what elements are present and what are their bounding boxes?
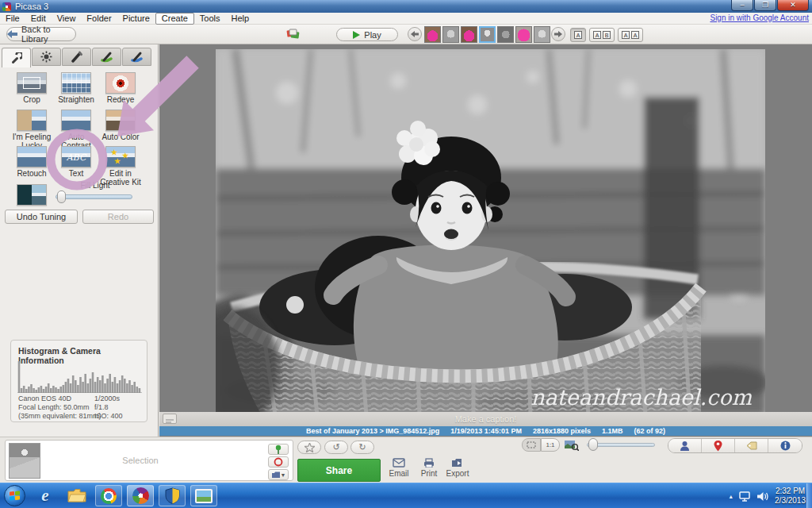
properties-panel-button[interactable] [768,439,802,452]
im-feeling-lucky-button[interactable]: I'm Feeling Lucky [9,110,55,150]
caption-bar[interactable]: Make a caption! [159,412,812,426]
auto-color-button[interactable]: Auto Color [98,110,144,141]
windows-logo-icon [10,491,20,501]
toolbar: Back to Library Play A [0,25,812,44]
menu-edit[interactable]: Edit [25,13,52,25]
show-desktop-button[interactable] [806,483,812,508]
people-panel-button[interactable] [668,439,702,452]
menu-help[interactable]: Help [226,13,255,25]
menu-view[interactable]: View [52,13,82,25]
menu-folder[interactable]: Folder [81,13,117,25]
taskbar-picasa-icon[interactable] [127,485,154,506]
auto-contrast-thumbnail [61,110,91,131]
rotate-cw-button[interactable]: ↻ [350,441,374,454]
taskbar-explorer-icon[interactable] [63,485,90,506]
rotate-ccw-button[interactable]: ↺ [324,441,348,454]
share-button[interactable]: Share [297,459,381,482]
taskbar-chrome-icon[interactable] [95,485,122,506]
places-panel-button[interactable] [702,439,735,452]
title-bar: Picasa 3 – ❐ ✕ [0,0,812,13]
menu-file[interactable]: File [0,13,25,25]
filmstrip-thumb-6[interactable] [515,26,532,43]
text-tool-button[interactable]: ABC Text [53,146,99,178]
taskbar-photoviewer-icon[interactable] [190,485,217,506]
star-icon [304,443,315,452]
tag-icon [746,441,757,450]
filmstrip-thumb-2[interactable] [442,26,459,43]
folder-icon [271,471,281,479]
fit-to-window-button[interactable] [522,438,541,452]
menu-picture[interactable]: Picture [117,13,155,25]
print-button[interactable]: Print [413,458,445,478]
auto-contrast-button[interactable]: Auto Contrast [53,110,99,150]
play-button[interactable]: Play [336,28,398,41]
status-dimensions: 2816x1880 pixels [533,427,591,435]
filmstrip-thumb-3[interactable] [461,26,477,43]
camera-shutter: 1/2000s [94,394,123,403]
selected-photo-thumbnail[interactable] [9,443,40,479]
brush-green-icon [101,51,113,63]
crop-tool-button[interactable]: Crop [9,72,55,104]
straighten-tool-button[interactable]: Straighten [53,72,99,104]
collage-icon[interactable] [286,28,300,40]
brightness-sun-icon [40,51,52,63]
tab-effects-2[interactable] [92,48,121,66]
clear-selection-button[interactable] [268,456,289,468]
retouch-tool-button[interactable]: Retouch [9,146,55,178]
tab-tuning[interactable] [32,48,61,66]
prev-photo-button[interactable] [408,27,422,41]
taskbar-clock[interactable]: 2:32 PM 2/3/2013 [775,487,806,506]
taskbar-security-icon[interactable] [159,485,186,506]
menu-tools[interactable]: Tools [194,13,226,25]
fill-light-thumbnail [17,184,47,206]
view-compare-aa-button[interactable]: A A [618,28,643,42]
filmstrip-thumb-5[interactable] [497,26,514,43]
creative-kit-thumbnail: ★★★ [105,146,136,167]
undo-tuning-button[interactable]: Undo Tuning [5,210,78,224]
caption-toggle-button[interactable] [163,414,177,424]
hold-selection-button[interactable] [268,444,289,455]
export-button[interactable]: Export [442,458,473,478]
filmstrip-thumb-1[interactable] [424,26,441,43]
tray-expand-icon[interactable]: ▲ [728,494,733,499]
google-signin-link[interactable]: Sign in with Google Account [710,13,809,22]
maximize-button[interactable]: ❐ [754,0,776,11]
network-icon[interactable] [739,491,752,502]
star-button[interactable] [297,441,321,454]
filmstrip-thumb-7[interactable] [534,26,550,43]
status-index: (62 of 92) [634,427,665,435]
start-button[interactable] [4,485,25,506]
view-compare-ab-button[interactable]: A B [589,28,615,42]
lucky-thumbnail [17,110,47,131]
volume-icon[interactable] [757,491,769,502]
back-arrow-icon [7,30,17,38]
actual-size-button[interactable]: 1:1 [541,438,560,452]
redo-button[interactable]: Redo [82,210,154,224]
tags-panel-button[interactable] [735,439,768,452]
add-to-album-dropdown[interactable]: ▼ [268,469,289,480]
view-single-button[interactable]: A [570,28,586,42]
brush-blue-icon [131,51,143,63]
panel-toggle-group [668,438,802,453]
taskbar-ie-icon[interactable]: e [32,485,59,506]
tab-basic-fixes[interactable] [2,48,31,67]
status-filesize: 1.1MB [602,427,623,435]
close-button[interactable]: ✕ [777,0,809,11]
redeye-tool-button[interactable]: Redeye [98,72,144,104]
right-arrow-icon [554,31,562,37]
fill-light-slider-track[interactable] [56,194,132,199]
red-circle-icon [274,457,283,467]
menu-create[interactable]: Create [155,13,194,25]
email-button[interactable]: Email [383,458,415,478]
camera-equiv: (35mm equivalent: 81mm) [18,412,102,421]
brush-icon [71,51,82,63]
tab-effects-1[interactable] [62,48,91,66]
next-photo-button[interactable] [551,27,565,41]
zoom-slider-knob[interactable] [588,438,598,451]
minimize-button[interactable]: – [731,0,753,11]
filmstrip-thumb-4-selected[interactable] [479,26,496,43]
fill-light-slider-knob[interactable] [57,190,66,203]
filmstrip [424,26,550,43]
tab-effects-3[interactable] [122,48,151,66]
back-to-library-button[interactable]: Back to Library [6,27,76,41]
